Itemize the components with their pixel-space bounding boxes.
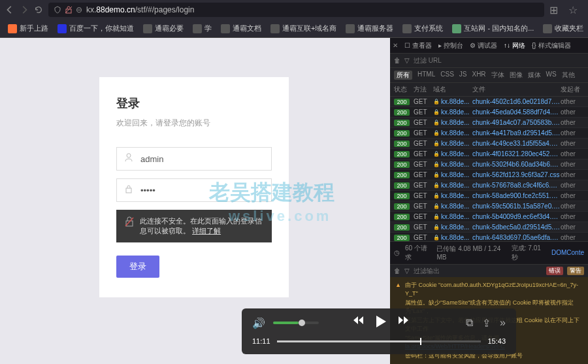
- method: GET: [414, 150, 433, 157]
- bookmark-item[interactable]: 支付系统: [399, 22, 447, 35]
- trash-icon[interactable]: 🗑: [394, 57, 400, 64]
- play-icon[interactable]: [375, 315, 387, 331]
- url-bar[interactable]: ⊖ kx.88demo.cn/stf/#/pages/login: [48, 3, 544, 17]
- status-badge: 200: [394, 193, 410, 199]
- bookmark-item[interactable]: 学: [189, 22, 216, 35]
- password-field-wrap: [116, 178, 272, 202]
- error-badge[interactable]: 错误: [546, 267, 563, 275]
- initiator: other: [561, 150, 584, 157]
- reload-icon[interactable]: [34, 5, 43, 14]
- filter-type-XHR[interactable]: XHR: [472, 71, 485, 80]
- expand-icon[interactable]: »: [500, 317, 506, 329]
- tab-console[interactable]: ▸ 控制台: [438, 41, 463, 50]
- back-icon[interactable]: [5, 5, 14, 14]
- tab-network[interactable]: ↑↓ 网络: [504, 41, 525, 50]
- network-row[interactable]: 200GET🔒kx.88de...chunk-5302f4b6.60ad34b6…: [390, 159, 588, 170]
- devtools-close-icon[interactable]: ✕: [393, 42, 398, 49]
- status-badge: 200: [394, 224, 410, 231]
- file: chunk-45eda0d4.588df7d4.css: [472, 108, 561, 116]
- forward-icon[interactable]: [20, 5, 29, 14]
- filter-type-WS[interactable]: WS: [546, 71, 557, 80]
- bookmark-item[interactable]: 通霸互联+域名商: [267, 22, 340, 35]
- share-icon[interactable]: ⇪: [482, 317, 491, 329]
- filter-icon[interactable]: ▽: [404, 267, 410, 274]
- domain: 🔒kx.88de...: [433, 98, 472, 105]
- network-row[interactable]: 200GET🔒kx.88de...chunk-491a4c07.a750583b…: [390, 118, 588, 128]
- bookmark-item[interactable]: 通霸文档: [217, 22, 265, 35]
- progress-slider[interactable]: [277, 340, 482, 342]
- login-button[interactable]: 登录: [116, 256, 159, 278]
- method: GET: [414, 161, 433, 168]
- trash-icon[interactable]: 🗑: [394, 267, 400, 274]
- qr-icon[interactable]: ⊞: [549, 4, 558, 16]
- warn-badge[interactable]: 警告: [567, 267, 584, 275]
- network-row[interactable]: 200GET🔒kx.88de...chunk-58ade900.fce2c551…: [390, 191, 588, 201]
- method: GET: [414, 119, 433, 126]
- filter-icon[interactable]: ▽: [404, 57, 410, 64]
- media-player: 🔊 ⧉ ⇪ » 11:11 15:43: [242, 308, 516, 354]
- filter-type-JS[interactable]: JS: [459, 71, 467, 80]
- network-row[interactable]: 200GET🔒kx.88de...chunk-59c5061b.15a587e0…: [390, 201, 588, 212]
- network-row[interactable]: 200GET🔒kx.88de...chunk-6483d697.05ae6dfa…: [390, 233, 588, 241]
- status-badge: 200: [394, 203, 410, 210]
- bookmark-label: 互站网 - 国内知名的...: [464, 24, 534, 33]
- network-row[interactable]: 200GET🔒kx.88de...chunk-5dbec5a0.d29514d5…: [390, 222, 588, 233]
- volume-icon[interactable]: 🔊: [252, 317, 265, 329]
- filter-type-HTML[interactable]: HTML: [417, 71, 435, 80]
- console-filter-input[interactable]: [414, 267, 542, 274]
- bookmark-item[interactable]: 新手上路: [4, 22, 52, 35]
- bookmark-item[interactable]: 收藏夹栏: [539, 22, 587, 35]
- bookmark-item[interactable]: 百度一下，你就知道: [54, 22, 138, 35]
- network-status-bar: ◷ 60 个请求 已传输 4.08 MB / 1.24 MB 完成: 7.01 …: [390, 241, 588, 264]
- network-row[interactable]: 200GET🔒kx.88de...chunk-45eda0d4.588df7d4…: [390, 107, 588, 118]
- bookmark-label: 通霸服务器: [357, 24, 393, 33]
- filter-type-字体[interactable]: 字体: [491, 71, 504, 80]
- network-row[interactable]: 200GET🔒kx.88de...chunk-4502c1d6.0e0218d7…: [390, 97, 588, 107]
- network-row[interactable]: 200GET🔒kx.88de...chunk-4f016321.280ec452…: [390, 149, 588, 159]
- folder-icon: [57, 24, 67, 33]
- bookmark-label: 学: [204, 24, 212, 33]
- domain: 🔒kx.88de...: [433, 150, 472, 157]
- forward-icon[interactable]: [396, 315, 409, 331]
- pip-icon[interactable]: ⧉: [466, 317, 473, 329]
- tab-debugger[interactable]: ⚙ 调试器: [470, 41, 497, 50]
- filter-url-input[interactable]: [414, 57, 497, 64]
- network-row[interactable]: 200GET🔒kx.88de...chunk-562fd123.9c6f3a27…: [390, 170, 588, 180]
- initiator: other: [561, 213, 584, 220]
- domain: 🔒kx.88de...: [433, 140, 472, 147]
- password-input[interactable]: [140, 186, 263, 195]
- volume-slider[interactable]: [273, 322, 319, 324]
- username-input[interactable]: [140, 154, 263, 164]
- folder-icon: [143, 24, 152, 33]
- status-badge: 200: [394, 130, 410, 137]
- network-row[interactable]: 200GET🔒kx.88de...chunk-4a417ba9.d29514d5…: [390, 128, 588, 139]
- initiator: other: [561, 98, 584, 105]
- domcontentloaded: DOMConte: [551, 249, 584, 256]
- warning-link[interactable]: 详细了解: [192, 227, 221, 235]
- status-badge: 200: [394, 161, 410, 168]
- bookmark-item[interactable]: 通霸必要: [139, 22, 188, 35]
- network-row[interactable]: 200GET🔒kx.88de...chunk-576678a8.c9c4f6c6…: [390, 180, 588, 191]
- status-badge: 200: [394, 182, 410, 189]
- initiator: other: [561, 182, 584, 189]
- bookmark-star-icon[interactable]: ☆: [568, 4, 578, 16]
- domain: 🔒kx.88de...: [433, 223, 472, 231]
- bookmark-item[interactable]: 通霸服务器: [342, 22, 397, 35]
- total-time: 15:43: [487, 337, 506, 345]
- transfer-size: 已传输 4.08 MB / 1.24 MB: [436, 244, 506, 261]
- network-row[interactable]: 200GET🔒kx.88de...chunk-5b4009d9.ec6ef3d4…: [390, 212, 588, 222]
- folder-icon: [221, 24, 230, 33]
- domain: 🔒kx.88de...: [433, 129, 472, 137]
- filter-type-图像[interactable]: 图像: [510, 71, 523, 80]
- tab-inspector[interactable]: ☐ 查看器: [404, 41, 432, 50]
- filter-type-媒体[interactable]: 媒体: [528, 71, 541, 80]
- filter-type-其他[interactable]: 其他: [562, 71, 575, 80]
- network-row[interactable]: 200GET🔒kx.88de...chunk-4c49ce33.1d5f55a4…: [390, 139, 588, 149]
- filter-type-所有[interactable]: 所有: [394, 71, 412, 80]
- tab-styles[interactable]: {} 样式编辑器: [532, 41, 571, 50]
- rewind-icon[interactable]: [353, 315, 366, 331]
- filter-type-CSS[interactable]: CSS: [440, 71, 454, 80]
- folder-icon: [452, 24, 461, 33]
- method: GET: [414, 234, 433, 241]
- bookmark-item[interactable]: 互站网 - 国内知名的...: [448, 22, 538, 35]
